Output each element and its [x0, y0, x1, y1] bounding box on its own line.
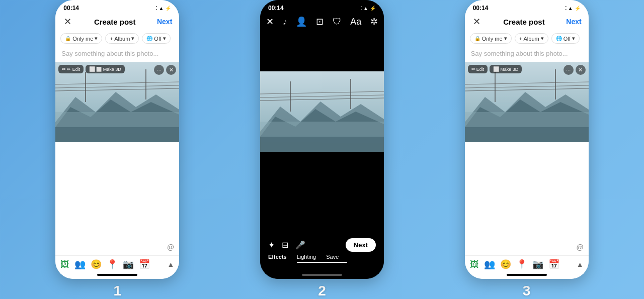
sparkle-icon-2[interactable]: ✦	[268, 240, 275, 250]
time-2: 00:14	[268, 5, 284, 12]
phone-2: 00:14 ⁚ ▲ ⚡ ✕ ♪ 👤 ⊡ 🛡 Aa ✲	[260, 0, 384, 279]
next-button-1[interactable]: Next	[157, 18, 172, 26]
close-button-1[interactable]: ✕	[62, 16, 72, 27]
chevron-up-icon-1[interactable]: ▲	[167, 260, 174, 268]
next-button-3[interactable]: Next	[566, 18, 581, 26]
photo-icon-1[interactable]: 🖼	[60, 259, 69, 270]
at-sign-3: @	[576, 243, 583, 251]
make3d-btn-1[interactable]: ⬜ ⬜ Make 3D	[86, 65, 125, 73]
screen-1-wrapper: 00:14 ⁚ ▲ ⚡ ✕ Create post Next 🔒 Only me…	[55, 0, 179, 299]
close-button-3[interactable]: ✕	[472, 16, 482, 27]
home-bar-2	[302, 274, 342, 276]
video-content-2	[260, 71, 384, 152]
remove-image-btn-1[interactable]: ✕	[166, 65, 176, 75]
status-bar-2: 00:14 ⁚ ▲ ⚡	[260, 0, 384, 14]
more-btn-1[interactable]: ···	[154, 65, 164, 75]
album-chevron-3: ▾	[541, 35, 544, 42]
shield-icon-2[interactable]: 🛡	[333, 17, 342, 27]
phone-1: 00:14 ⁚ ▲ ⚡ ✕ Create post Next 🔒 Only me…	[55, 0, 179, 279]
people-icon-3[interactable]: 👥	[484, 259, 495, 270]
off-chevron-1: ▾	[163, 35, 166, 42]
people-icon-1[interactable]: 👥	[74, 259, 86, 270]
battery-icon-3: ⚡	[575, 6, 581, 11]
only-me-pill-3[interactable]: 🔒 Only me ▾	[470, 33, 512, 44]
image-container-1: ✏ ✏ Edit ⬜ ⬜ Make 3D ··· ✕	[55, 62, 179, 142]
nav-header-2: ✕ ♪ 👤 ⊡ 🛡 Aa ✲	[260, 14, 384, 31]
remove-image-btn-3[interactable]: ✕	[576, 65, 586, 75]
effects-label-2: Effects	[268, 254, 287, 260]
edit-btn-1[interactable]: ✏ ✏ Edit	[58, 65, 84, 73]
camera-icon-1[interactable]: 📷	[123, 259, 134, 270]
off-pill-3[interactable]: 🌐 Off ▾	[551, 33, 580, 44]
only-me-label-3: Only me	[482, 36, 503, 42]
lock-icon-3: 🔒	[474, 36, 480, 41]
calendar-icon-1[interactable]: 📅	[139, 259, 150, 270]
signal-icon-2: ⁚	[360, 6, 362, 11]
status-icons-2: ⁚ ▲ ⚡	[360, 6, 376, 11]
effects-icon-2[interactable]: ✲	[370, 16, 378, 27]
edit-icon-1: ✏	[62, 66, 66, 72]
photo-icon-3[interactable]: 🖼	[470, 259, 479, 270]
off-pill-1[interactable]: 🌐 Off ▾	[142, 33, 170, 44]
nav-header-3: ✕ Create post Next	[465, 14, 589, 31]
post-textarea-1[interactable]: Say something about this photo...	[55, 47, 179, 62]
main-container: 00:14 ⁚ ▲ ⚡ ✕ Create post Next 🔒 Only me…	[0, 0, 644, 299]
chevron-up-icon-3[interactable]: ▲	[577, 260, 584, 268]
only-me-pill-1[interactable]: 🔒 Only me ▾	[60, 33, 102, 44]
video-landscape-svg-2	[260, 71, 384, 152]
album-chevron-1: ▾	[131, 35, 134, 42]
lock-icon-1: 🔒	[65, 36, 71, 41]
make3d-btn-3[interactable]: ⬜ Make 3D	[490, 65, 522, 73]
bottom-toolbar-1: 🖼 👥 😊 📍 📷 📅 ▲	[55, 255, 179, 272]
svg-rect-21	[465, 112, 589, 127]
at-sign-1: @	[167, 243, 174, 251]
battery-icon-1: ⚡	[165, 6, 171, 11]
svg-rect-12	[260, 122, 384, 137]
signal-icon-3: ⁚	[565, 6, 567, 11]
textarea-placeholder-3: Say something about this photo...	[471, 50, 568, 57]
location-icon-1[interactable]: 📍	[107, 259, 118, 270]
globe-icon-1: 🌐	[146, 36, 152, 41]
home-bar-3	[507, 274, 547, 276]
album-pill-1[interactable]: + Album ▾	[105, 33, 139, 44]
image-overlay-right-3: ··· ✕	[564, 65, 586, 75]
cube-icon-1: ⬜	[89, 66, 95, 72]
image-container-3: ✏ Edit ⬜ Make 3D ··· ✕	[465, 62, 589, 142]
more-btn-3[interactable]: ···	[564, 65, 574, 75]
music-icon-2[interactable]: ♪	[283, 17, 287, 27]
emoji-icon-3[interactable]: 😊	[500, 259, 511, 270]
video-ctrl-icons-2: ✦ ⊟ 🎤	[268, 240, 305, 250]
album-pill-3[interactable]: + Album ▾	[515, 33, 548, 44]
edit-icon-3: ✏	[471, 66, 475, 72]
camera-icon-3[interactable]: 📷	[532, 259, 543, 270]
options-row-3: 🔒 Only me ▾ + Album ▾ 🌐 Off ▾	[465, 31, 589, 47]
wifi-icon-2: ▲	[363, 6, 368, 11]
crop-icon-2[interactable]: ⊡	[316, 16, 324, 27]
post-textarea-3[interactable]: Say something about this photo...	[465, 47, 589, 62]
video-labels-2: Effects Lighting Save	[260, 254, 384, 262]
album-label-1: + Album	[110, 36, 130, 42]
calendar-icon-3[interactable]: 📅	[548, 259, 559, 270]
slider-icon-2[interactable]: ⊟	[282, 240, 288, 250]
white-area-3: @	[465, 142, 589, 255]
next-btn-2[interactable]: Next	[346, 238, 376, 252]
mic-icon-2[interactable]: 🎤	[295, 240, 305, 250]
globe-icon-3: 🌐	[556, 36, 562, 41]
home-indicator-1	[55, 272, 179, 279]
chevron-icon-1: ▾	[95, 35, 98, 42]
wifi-icon-1: ▲	[158, 6, 164, 11]
screen-number-1: 1	[114, 283, 122, 299]
close-icon-2[interactable]: ✕	[266, 16, 274, 27]
page-title-1: Create post	[94, 18, 136, 26]
person-icon-2[interactable]: 👤	[296, 16, 307, 27]
video-bottom-black-2: ✦ ⊟ 🎤 Next Effects Lighting Save	[260, 152, 384, 272]
location-icon-3[interactable]: 📍	[516, 259, 527, 270]
status-icons-1: ⁚ ▲ ⚡	[155, 6, 171, 11]
edit-btn-3[interactable]: ✏ Edit	[468, 65, 488, 73]
wifi-icon-3: ▲	[568, 6, 573, 11]
emoji-icon-1[interactable]: 😊	[91, 259, 102, 270]
video-progress-2	[297, 262, 347, 263]
screen-number-3: 3	[523, 283, 531, 299]
home-indicator-3	[465, 272, 589, 279]
text-icon-2[interactable]: Aa	[350, 17, 361, 27]
